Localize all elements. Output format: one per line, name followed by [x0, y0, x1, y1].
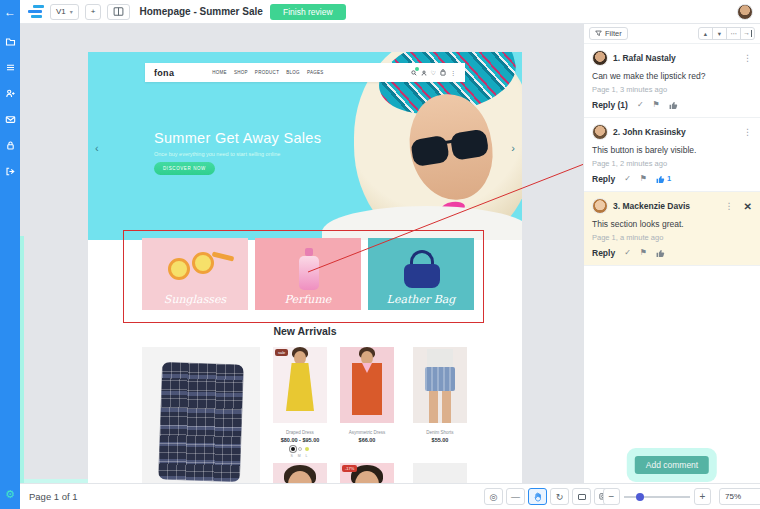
- zoom-out-button[interactable]: −: [603, 488, 620, 505]
- resolve-check-icon[interactable]: ✓: [624, 249, 631, 257]
- discover-now-button[interactable]: DISCOVER NOW: [154, 162, 215, 175]
- product-image-plaid-shirt[interactable]: [142, 347, 260, 493]
- color-swatches[interactable]: [273, 447, 327, 451]
- target-icon: ◎: [490, 492, 498, 502]
- comment-item-active[interactable]: 3. Mackenzie Davis ⋮ ✕ This section look…: [584, 192, 760, 266]
- more-menu-icon[interactable]: ⋮: [450, 70, 456, 76]
- product-name[interactable]: Asymmetric Dress: [340, 430, 394, 435]
- comment-menu-icon[interactable]: ⋮: [743, 127, 752, 137]
- flag-icon[interactable]: ⚑: [640, 249, 647, 257]
- commenter-name: 3. Mackenzie Davis: [613, 201, 690, 211]
- reply-button[interactable]: Reply: [592, 174, 615, 184]
- back-button[interactable]: ←: [0, 0, 20, 24]
- settings-icon[interactable]: ⚙: [0, 488, 20, 501]
- back-icon: ←: [4, 5, 16, 19]
- comment-meta: Page 1, a minute ago: [592, 233, 752, 242]
- comments-panel: Filter ▴ ▾ ⋯ → 1. Rafal Nastaly ⋮ Can we…: [583, 24, 760, 483]
- cart-bag-icon[interactable]: [440, 69, 446, 76]
- mockup-nav-home[interactable]: HOME: [212, 70, 227, 75]
- document-title: Homepage - Summer Sale: [139, 6, 262, 17]
- fit-screen-icon: [578, 494, 586, 500]
- finish-review-button[interactable]: Finish review: [270, 4, 346, 20]
- mockup-brand-logo[interactable]: fona: [154, 68, 174, 78]
- zoom-slider-knob[interactable]: [636, 493, 644, 501]
- flag-icon[interactable]: ⚑: [653, 101, 660, 109]
- comment-item[interactable]: 1. Rafal Nastaly ⋮ Can we make the lipst…: [584, 44, 760, 118]
- user-add-icon[interactable]: [5, 88, 16, 99]
- export-icon[interactable]: [5, 166, 16, 177]
- account-icon[interactable]: [421, 70, 427, 76]
- comment-menu-icon[interactable]: ⋮: [743, 53, 752, 63]
- mockup-nav-blog[interactable]: BLOG: [286, 70, 300, 75]
- comment-annotation-rectangle[interactable]: [123, 230, 484, 323]
- next-comment-button[interactable]: ▾: [712, 27, 727, 40]
- discount-badge: -17%: [342, 465, 357, 472]
- add-comment-button[interactable]: Add comment: [635, 456, 709, 474]
- more-options-button[interactable]: ⋯: [726, 27, 741, 40]
- lock-icon[interactable]: [5, 140, 16, 151]
- review-canvas[interactable]: fona HOME SHOP PRODUCT BLOG PAGES ♡ ⋮: [20, 24, 583, 509]
- product-asymmetric-dress[interactable]: Asymmetric Dress $66.00: [340, 347, 394, 443]
- plaid-shirt-graphic: [158, 362, 244, 483]
- projects-icon[interactable]: [5, 62, 16, 73]
- hand-tool-button[interactable]: [528, 488, 547, 505]
- version-dropdown[interactable]: V1 ▾: [50, 4, 79, 20]
- product-price: $80.00 - $95.00: [273, 437, 327, 443]
- reply-button[interactable]: Reply (1): [592, 100, 628, 110]
- zoom-slider[interactable]: [624, 488, 690, 505]
- yellow-dress-graphic: [286, 363, 314, 411]
- mockup-nav-icons: ♡ ⋮: [411, 69, 456, 76]
- flag-icon[interactable]: ⚑: [640, 175, 647, 183]
- mockup-nav-pages[interactable]: PAGES: [307, 70, 324, 75]
- product-name[interactable]: Denim Shorts: [413, 430, 467, 435]
- zoom-level-dropdown[interactable]: 75% ▾: [719, 488, 760, 505]
- collapse-panel-button[interactable]: →: [740, 27, 755, 40]
- mail-icon[interactable]: [5, 114, 16, 125]
- canvas-tools: ◎ — ↻: [484, 488, 613, 505]
- reply-button[interactable]: Reply: [592, 248, 615, 258]
- close-icon[interactable]: ✕: [744, 201, 752, 212]
- cart-count-dot: [415, 67, 419, 71]
- app-logo[interactable]: [28, 5, 44, 18]
- commenter-avatar[interactable]: [592, 50, 608, 66]
- comment-menu-icon[interactable]: ⋮: [725, 201, 734, 211]
- folder-icon[interactable]: [5, 36, 16, 47]
- target-tool-button[interactable]: ◎: [484, 488, 503, 505]
- comment-item[interactable]: 2. John Krasinsky ⋮ This button is barel…: [584, 118, 760, 192]
- product-name[interactable]: Draped Dress: [273, 430, 327, 435]
- scroll-indicator-vertical[interactable]: [20, 236, 24, 509]
- section-title: New Arrivals: [88, 325, 522, 337]
- mockup-nav-product[interactable]: PRODUCT: [255, 70, 279, 75]
- wishlist-heart-icon[interactable]: ♡: [431, 70, 436, 76]
- like-icon[interactable]: 1: [656, 175, 671, 184]
- rotate-tool-button[interactable]: ↻: [550, 488, 569, 505]
- filter-button[interactable]: Filter: [589, 27, 628, 40]
- carousel-next-icon[interactable]: ›: [511, 142, 515, 154]
- line-tool-button[interactable]: —: [506, 488, 525, 505]
- comment-text: This section looks great.: [592, 219, 752, 229]
- product-denim-shorts[interactable]: Denim Shorts $55.00: [413, 347, 467, 443]
- pages-button[interactable]: [107, 4, 130, 20]
- user-avatar[interactable]: [737, 4, 753, 20]
- chevron-down-icon: ▾: [70, 8, 73, 15]
- fit-screen-button[interactable]: [572, 488, 591, 505]
- caret-up-icon: ▴: [704, 30, 707, 38]
- bottom-toolbar: Page 1 of 1 ◎ — ↻ − + 75% ▾: [20, 483, 760, 509]
- commenter-avatar[interactable]: [592, 124, 608, 140]
- plus-icon: +: [700, 491, 706, 502]
- mockup-nav-shop[interactable]: SHOP: [234, 70, 248, 75]
- collapse-icon: →: [743, 30, 752, 37]
- resolve-check-icon[interactable]: ✓: [624, 175, 631, 183]
- like-icon[interactable]: [669, 101, 678, 110]
- like-icon[interactable]: [656, 249, 665, 258]
- prev-comment-button[interactable]: ▴: [698, 27, 713, 40]
- denim-shorts-graphic: [425, 367, 455, 391]
- product-draped-dress[interactable]: sale Draped Dress $80.00 - $95.00 S M L: [273, 347, 327, 458]
- add-version-button[interactable]: +: [85, 4, 102, 20]
- commenter-avatar[interactable]: [592, 198, 608, 214]
- resolve-check-icon[interactable]: ✓: [637, 101, 644, 109]
- size-options[interactable]: S M L: [273, 454, 327, 458]
- zoom-in-button[interactable]: +: [694, 488, 711, 505]
- zoom-level-value: 75%: [725, 492, 741, 501]
- carousel-prev-icon[interactable]: ‹: [95, 142, 99, 154]
